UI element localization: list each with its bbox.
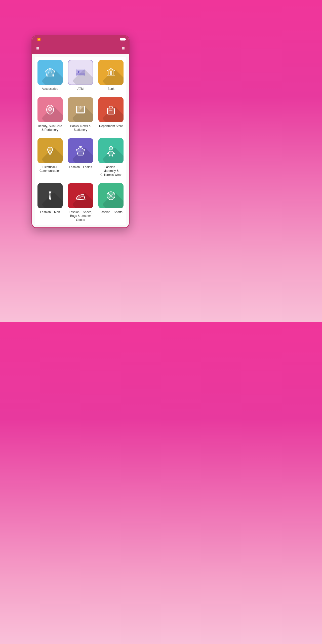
category-icon-box-fashion-shoes bbox=[68, 183, 93, 208]
svg-rect-7 bbox=[79, 73, 82, 75]
category-item-electrical[interactable]: Electrical & Communication bbox=[35, 135, 65, 180]
category-icon-box-fashion-ladies bbox=[68, 138, 93, 163]
category-label-beauty: Beauty, Skin Care & Perfumory bbox=[37, 124, 63, 132]
filter-button[interactable]: ≡ bbox=[122, 46, 125, 51]
category-icon-box-books bbox=[68, 97, 93, 122]
category-item-fashion-men[interactable]: Fashion – Men bbox=[35, 180, 65, 225]
category-label-electrical: Electrical & Communication bbox=[37, 165, 63, 173]
svg-line-32 bbox=[112, 155, 113, 157]
svg-rect-20 bbox=[107, 108, 114, 114]
svg-line-31 bbox=[109, 155, 109, 157]
category-label-fashion-sports: Fashion – Sports bbox=[100, 210, 123, 214]
svg-marker-0 bbox=[46, 68, 55, 77]
svg-line-35 bbox=[85, 197, 85, 200]
svg-rect-12 bbox=[110, 71, 111, 75]
svg-rect-13 bbox=[113, 71, 114, 75]
svg-point-17 bbox=[50, 110, 51, 111]
phone-shell: ≡ ≡ Accessories $ ATM Bank Beauty, Skin … bbox=[31, 35, 130, 228]
category-label-fashion-maternity: Fashion – Maternity & Children's Wear bbox=[98, 165, 124, 177]
category-item-fashion-maternity[interactable]: Fashion – Maternity & Children's Wear bbox=[96, 135, 126, 180]
category-item-fashion-shoes[interactable]: Fashion – Shoes, Bags & Leather Goods bbox=[65, 180, 96, 225]
category-item-bank[interactable]: Bank bbox=[96, 57, 126, 94]
svg-point-28 bbox=[108, 151, 113, 155]
status-left bbox=[36, 37, 41, 41]
category-label-accessories: Accessories bbox=[42, 87, 58, 91]
category-icon-box-beauty bbox=[37, 97, 63, 122]
wifi-icon bbox=[37, 37, 41, 41]
battery-icon bbox=[120, 38, 125, 41]
category-label-department: Department Store bbox=[99, 124, 123, 128]
category-item-books[interactable]: Books, News & Stationery bbox=[65, 94, 96, 135]
category-label-fashion-ladies: Fashion – Ladies bbox=[69, 165, 92, 169]
svg-line-36 bbox=[76, 199, 84, 200]
category-icon-box-atm: $ bbox=[68, 60, 93, 85]
category-item-accessories[interactable]: Accessories bbox=[35, 57, 65, 94]
status-right bbox=[119, 38, 125, 41]
category-icon-box-accessories bbox=[37, 60, 63, 85]
menu-button[interactable]: ≡ bbox=[36, 46, 39, 51]
svg-rect-14 bbox=[107, 75, 115, 76]
category-item-department[interactable]: Department Store bbox=[96, 94, 126, 135]
category-icon-box-electrical bbox=[37, 138, 63, 163]
svg-rect-8 bbox=[83, 73, 85, 75]
category-label-atm: ATM bbox=[77, 87, 84, 91]
category-label-bank: Bank bbox=[108, 87, 114, 91]
svg-marker-10 bbox=[107, 68, 115, 71]
category-item-fashion-sports[interactable]: Fashion – Sports bbox=[96, 180, 126, 225]
category-icon-box-fashion-sports bbox=[98, 183, 124, 208]
category-label-books: Books, News & Stationery bbox=[67, 124, 94, 132]
svg-point-27 bbox=[109, 146, 113, 150]
category-label-fashion-shoes: Fashion – Shoes, Bags & Leather Goods bbox=[67, 210, 94, 222]
status-bar bbox=[32, 36, 129, 43]
category-item-atm[interactable]: $ ATM bbox=[65, 57, 96, 94]
svg-rect-9 bbox=[76, 70, 85, 72]
category-grid: Accessories $ ATM Bank Beauty, Skin Care… bbox=[35, 57, 126, 225]
category-item-beauty[interactable]: Beauty, Skin Care & Perfumory bbox=[35, 94, 65, 135]
nav-bar: ≡ ≡ bbox=[32, 43, 129, 54]
category-icon-box-fashion-men bbox=[37, 183, 63, 208]
category-icon-box-bank bbox=[98, 60, 124, 85]
category-icon-box-fashion-maternity bbox=[98, 138, 124, 163]
svg-rect-6 bbox=[76, 73, 78, 75]
directory-content: Accessories $ ATM Bank Beauty, Skin Care… bbox=[32, 54, 129, 227]
category-item-fashion-ladies[interactable]: Fashion – Ladies bbox=[65, 135, 96, 180]
hero-text bbox=[65, 0, 96, 35]
category-icon-box-department bbox=[98, 97, 124, 122]
category-label-fashion-men: Fashion – Men bbox=[40, 210, 60, 214]
svg-rect-11 bbox=[108, 71, 109, 75]
